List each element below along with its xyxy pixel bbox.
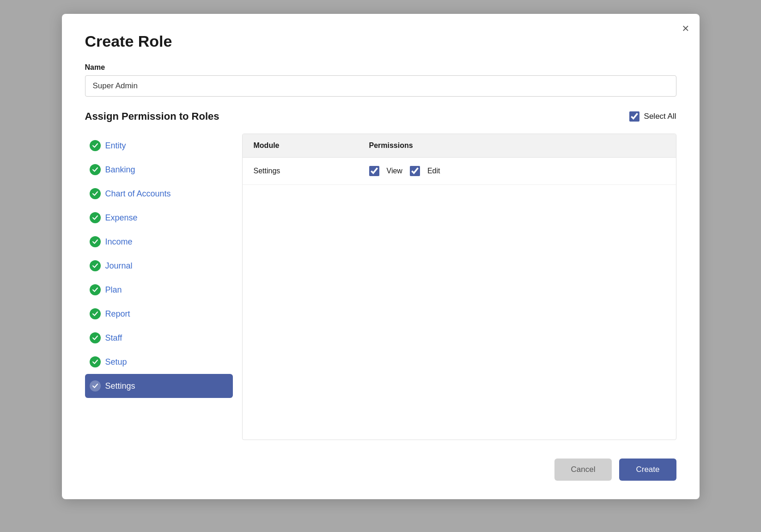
check-icon-report xyxy=(90,308,101,319)
module-item-expense[interactable]: Expense xyxy=(85,206,233,230)
module-name-chart-of-accounts: Chart of Accounts xyxy=(105,189,171,199)
table-header: Module Permissions xyxy=(243,134,676,158)
modal-title: Create Role xyxy=(85,32,676,50)
module-item-staff[interactable]: Staff xyxy=(85,326,233,350)
assign-header-row: Assign Permission to Roles Select All xyxy=(85,110,676,122)
check-icon-income xyxy=(90,236,101,247)
table-row-settings: Settings View Edit xyxy=(243,158,676,185)
select-all-wrapper: Select All xyxy=(629,111,676,122)
module-name-journal: Journal xyxy=(105,261,133,271)
perm-view-label: View xyxy=(387,167,402,175)
module-item-settings[interactable]: Settings xyxy=(85,374,233,398)
check-icon-setup xyxy=(90,356,101,367)
module-name-banking: Banking xyxy=(105,165,135,175)
permissions-table: Module Permissions Settings View Edit xyxy=(242,134,676,440)
module-name-plan: Plan xyxy=(105,285,122,295)
modal-overlay: × Create Role Name Assign Permission to … xyxy=(0,0,761,532)
module-name-entity: Entity xyxy=(105,141,126,151)
module-name-settings: Settings xyxy=(105,381,135,391)
module-name-setup: Setup xyxy=(105,357,127,367)
perm-edit-label: Edit xyxy=(427,167,440,175)
module-name-income: Income xyxy=(105,237,133,247)
close-button[interactable]: × xyxy=(682,22,689,34)
check-icon-staff xyxy=(90,332,101,343)
perm-edit-checkbox[interactable] xyxy=(410,166,420,176)
cancel-button[interactable]: Cancel xyxy=(554,459,612,481)
module-item-banking[interactable]: Banking xyxy=(85,158,233,182)
module-item-journal[interactable]: Journal xyxy=(85,254,233,278)
assign-section-title: Assign Permission to Roles xyxy=(85,110,219,122)
modal-dialog: × Create Role Name Assign Permission to … xyxy=(62,14,700,499)
module-item-chart-of-accounts[interactable]: Chart of Accounts xyxy=(85,182,233,206)
check-icon-journal xyxy=(90,260,101,271)
module-item-report[interactable]: Report xyxy=(85,302,233,326)
module-item-entity[interactable]: Entity xyxy=(85,134,233,158)
create-button[interactable]: Create xyxy=(619,459,676,481)
check-icon-settings xyxy=(90,380,101,391)
name-label: Name xyxy=(85,63,676,72)
check-icon-expense xyxy=(90,212,101,223)
name-input[interactable] xyxy=(85,75,676,97)
module-item-plan[interactable]: Plan xyxy=(85,278,233,302)
check-icon-entity xyxy=(90,140,101,151)
col-permissions-header: Permissions xyxy=(369,141,413,150)
table-cell-permissions-settings: View Edit xyxy=(369,166,440,176)
check-icon-banking xyxy=(90,164,101,175)
module-name-report: Report xyxy=(105,309,130,319)
module-name-expense: Expense xyxy=(105,213,138,223)
permissions-area: Entity Banking Chart of Accounts xyxy=(85,134,676,440)
module-item-income[interactable]: Income xyxy=(85,230,233,254)
module-list: Entity Banking Chart of Accounts xyxy=(85,134,233,440)
module-item-setup[interactable]: Setup xyxy=(85,350,233,374)
module-name-staff: Staff xyxy=(105,333,122,343)
table-cell-module-settings: Settings xyxy=(254,167,369,175)
modal-footer: Cancel Create xyxy=(85,459,676,481)
check-icon-plan xyxy=(90,284,101,295)
col-module-header: Module xyxy=(254,141,369,150)
check-icon-chart-of-accounts xyxy=(90,188,101,199)
select-all-label[interactable]: Select All xyxy=(644,112,676,121)
perm-view-checkbox[interactable] xyxy=(369,166,379,176)
select-all-checkbox[interactable] xyxy=(629,111,639,122)
